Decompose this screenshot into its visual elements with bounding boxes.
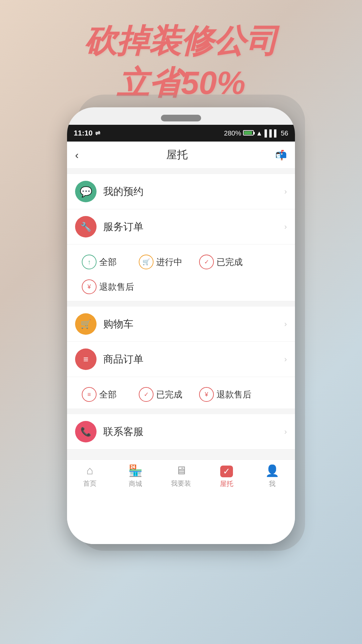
product-icon: ≡	[75, 348, 97, 370]
completed1-label: 已完成	[217, 256, 243, 268]
decorate-label: 我要装	[171, 479, 191, 488]
nav-title: 屋托	[166, 148, 188, 162]
sub-refund1[interactable]: ¥ 退款售后	[75, 276, 141, 298]
product-label: 商品订单	[103, 353, 284, 366]
service-label: 服务订单	[103, 220, 284, 234]
sub-all1[interactable]: ↑ 全部	[75, 251, 129, 273]
shopping-cart-item[interactable]: 🛒 购物车 ›	[67, 307, 295, 342]
shop-icon: 🏪	[128, 464, 142, 477]
product-order-item[interactable]: ≡ 商品订单 ›	[67, 342, 295, 377]
me-label: 我	[269, 479, 276, 488]
progress-icon: 🛒	[139, 255, 154, 269]
sub-completed2[interactable]: ✓ 已完成	[132, 384, 189, 405]
completed2-icon: ✓	[139, 387, 154, 402]
usb-icon: ⇌	[95, 129, 100, 137]
tab-bar: ⌂ 首页 🏪 商城 🖥 我要装 ✓ 屋托 �	[67, 460, 295, 491]
tab-home[interactable]: ⌂ 首页	[67, 464, 113, 488]
status-bar: 11:10 ⇌ 280% ▲ ▌▌▌ 56	[67, 125, 295, 142]
customer-service-label: 联系客服	[103, 425, 284, 439]
appointment-arrow: ›	[284, 187, 287, 196]
refund1-icon: ¥	[82, 279, 97, 294]
product-sub-menu: ≡ 全部 ✓ 已完成 ¥ 退款售后	[67, 377, 295, 409]
all1-icon: ↑	[82, 255, 97, 269]
shop-label: 商城	[129, 479, 142, 488]
signal-icon: ▌▌▌	[264, 129, 279, 137]
cart-arrow: ›	[284, 319, 287, 329]
section-divider-3	[67, 409, 295, 414]
progress-label: 进行中	[156, 256, 182, 268]
wifi-icon: ▲	[256, 129, 262, 137]
service-order-item[interactable]: 🔧 服务订单 ›	[67, 209, 295, 245]
section-divider-bottom	[67, 449, 295, 460]
back-button[interactable]: ‹	[75, 149, 79, 161]
product-arrow: ›	[284, 355, 287, 364]
sub-completed1[interactable]: ✓ 已完成	[192, 251, 249, 273]
all2-icon: ≡	[82, 387, 97, 402]
service-sub-menu: ↑ 全部 🛒 进行中 ✓ 已完成 ¥ 退款售后	[67, 245, 295, 301]
service-arrow: ›	[284, 222, 287, 231]
all2-label: 全部	[99, 389, 117, 400]
status-percent: 280%	[224, 129, 241, 137]
tab-decorate[interactable]: 🖥 我要装	[158, 464, 204, 488]
decorate-icon: 🖥	[175, 464, 187, 477]
cart-icon: 🛒	[75, 313, 97, 335]
section-divider-1	[67, 169, 295, 174]
hero-line1: 砍掉装修公司	[0, 20, 362, 62]
home-label: 首页	[83, 479, 97, 488]
completed2-label: 已完成	[156, 389, 182, 400]
nav-bar: ‹ 屋托 📬	[67, 142, 295, 169]
tab-me[interactable]: 👤 我	[249, 464, 295, 488]
appointment-label: 我的预约	[103, 185, 284, 199]
hero-section: 砍掉装修公司 立省50%	[0, 20, 362, 104]
status-battery-num: 56	[281, 129, 288, 137]
completed1-icon: ✓	[199, 255, 214, 269]
phone-speaker	[161, 115, 201, 121]
app-screen: ‹ 屋托 📬 💬 我的预约 › 🔧 服务订单 › ↑	[67, 142, 295, 544]
refund1-label: 退款售后	[99, 281, 134, 293]
battery-icon	[243, 129, 254, 137]
notification-icon[interactable]: 📬	[275, 150, 287, 161]
status-time: 11:10	[74, 129, 93, 138]
phone-icon: 📞	[75, 421, 97, 442]
service-icon: 🔧	[75, 216, 97, 237]
me-icon: 👤	[265, 464, 279, 477]
home-icon: ⌂	[86, 464, 94, 477]
refund2-label: 退款售后	[217, 389, 251, 400]
cart-label: 购物车	[103, 317, 284, 331]
appointment-icon: 💬	[75, 181, 97, 202]
tab-wutuo[interactable]: ✓ 屋托	[204, 464, 249, 488]
sub-refund2[interactable]: ¥ 退款售后	[192, 384, 258, 405]
sub-in-progress[interactable]: 🛒 进行中	[132, 251, 189, 273]
sub-all2[interactable]: ≡ 全部	[75, 384, 129, 405]
refund2-icon: ¥	[199, 387, 214, 402]
phone-frame: 11:10 ⇌ 280% ▲ ▌▌▌ 56 ‹ 屋托 📬	[67, 107, 295, 544]
service-arrow2: ›	[284, 427, 287, 436]
customer-service-item[interactable]: 📞 联系客服 ›	[67, 414, 295, 449]
tab-shop[interactable]: 🏪 商城	[113, 464, 158, 488]
wutuo-icon: ✓	[220, 464, 233, 477]
my-appointment-item[interactable]: 💬 我的预约 ›	[67, 174, 295, 209]
all1-label: 全部	[99, 256, 117, 268]
section-divider-2	[67, 301, 295, 307]
wutuo-label: 屋托	[220, 479, 233, 488]
